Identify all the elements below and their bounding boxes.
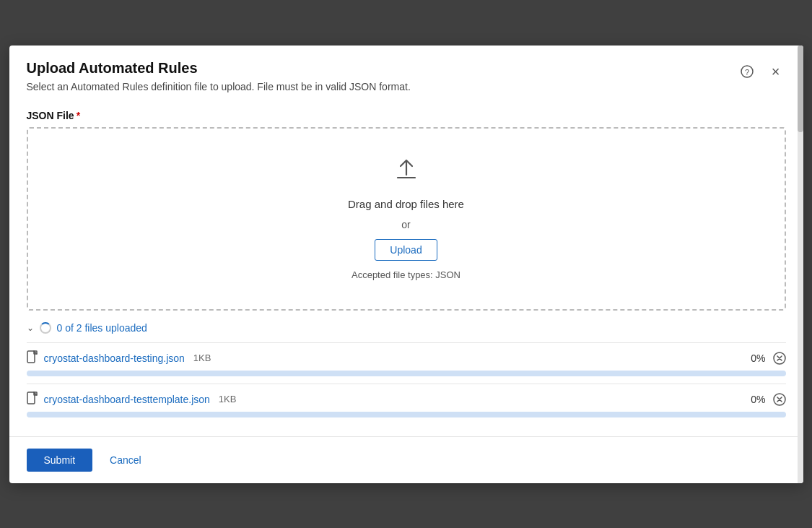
loading-spinner bbox=[40, 322, 51, 334]
file-row: cryostat-dashboard-testing.json 1KB 0% bbox=[27, 342, 786, 384]
file-remove-1[interactable] bbox=[773, 352, 786, 365]
required-star: * bbox=[77, 110, 80, 121]
files-header: ⌄ 0 of 2 files uploaded bbox=[27, 322, 786, 334]
or-text: or bbox=[401, 219, 410, 230]
modal: Upload Automated Rules Select an Automat… bbox=[9, 46, 803, 483]
close-icon: × bbox=[772, 64, 780, 79]
dropzone[interactable]: Drag and drop files here or Upload Accep… bbox=[27, 127, 786, 311]
modal-header-left: Upload Automated Rules Select an Automat… bbox=[27, 60, 737, 92]
file-info: cryostat-dashboard-testing.json 1KB bbox=[27, 350, 211, 366]
file-row-top-2: cryostat-dashboard-testtemplate.json 1KB… bbox=[27, 391, 786, 407]
file-icon bbox=[27, 350, 38, 366]
file-info-2: cryostat-dashboard-testtemplate.json 1KB bbox=[27, 391, 237, 407]
modal-header-icons: ? × bbox=[737, 60, 786, 82]
file-name-1[interactable]: cryostat-dashboard-testing.json bbox=[44, 352, 185, 364]
accepted-types-text: Accepted file types: JSON bbox=[352, 269, 460, 280]
modal-footer: Submit Cancel bbox=[9, 436, 803, 483]
scrollbar-track[interactable] bbox=[798, 46, 803, 483]
cancel-button[interactable]: Cancel bbox=[104, 449, 147, 472]
modal-title: Upload Automated Rules bbox=[27, 60, 737, 77]
field-label: JSON File* bbox=[27, 110, 786, 121]
modal-overlay: Upload Automated Rules Select an Automat… bbox=[0, 0, 812, 528]
upload-button[interactable]: Upload bbox=[375, 239, 437, 261]
files-section: ⌄ 0 of 2 files uploaded bbox=[27, 322, 786, 425]
file-name-2[interactable]: cryostat-dashboard-testtemplate.json bbox=[44, 394, 210, 405]
file-percent-2: 0% bbox=[751, 394, 765, 405]
file-percent-1: 0% bbox=[751, 352, 765, 364]
file-remove-2[interactable] bbox=[773, 393, 786, 406]
scrollbar-thumb[interactable] bbox=[798, 46, 803, 132]
progress-bar-container-1 bbox=[27, 371, 786, 376]
progress-bar-container-2 bbox=[27, 412, 786, 417]
file-row-top: cryostat-dashboard-testing.json 1KB 0% bbox=[27, 350, 786, 366]
file-right-2: 0% bbox=[751, 393, 785, 406]
files-count: 0 of 2 files uploaded bbox=[57, 322, 147, 334]
close-button[interactable]: × bbox=[766, 61, 786, 82]
modal-subtitle: Select an Automated Rules definition fil… bbox=[27, 81, 737, 92]
modal-body: JSON File* Drag and drop files here or U… bbox=[9, 98, 803, 436]
file-row-2: cryostat-dashboard-testtemplate.json 1KB… bbox=[27, 384, 786, 425]
help-button[interactable]: ? bbox=[737, 61, 757, 82]
modal-header: Upload Automated Rules Select an Automat… bbox=[9, 46, 803, 98]
file-size-1: 1KB bbox=[193, 352, 211, 363]
chevron-down-icon[interactable]: ⌄ bbox=[27, 323, 34, 333]
upload-icon bbox=[393, 157, 419, 189]
file-icon-2 bbox=[27, 391, 38, 407]
file-right-1: 0% bbox=[751, 352, 785, 365]
submit-button[interactable]: Submit bbox=[27, 449, 93, 472]
svg-text:?: ? bbox=[744, 67, 748, 76]
file-size-2: 1KB bbox=[219, 394, 237, 404]
drag-drop-text: Drag and drop files here bbox=[348, 198, 464, 210]
